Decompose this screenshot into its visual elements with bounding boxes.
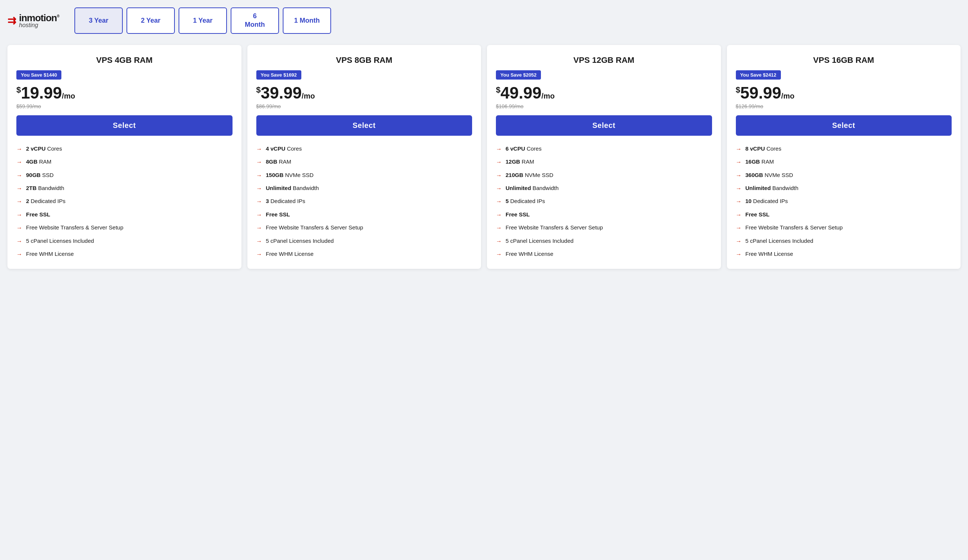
feature-arrow-icon: → [17,145,22,153]
select-button-1[interactable]: Select [256,115,472,136]
price-main-2: $49.99/mo [496,84,555,102]
tab-6month[interactable]: 6Month [230,7,279,34]
feature-item-1-6: →Free Website Transfers & Server Setup [256,223,472,232]
feature-item-0-8: →Free WHM License [17,250,232,258]
price-original-1: $86.99/mo [256,103,472,109]
feature-arrow-icon: → [496,145,502,153]
feature-text-2-8: Free WHM License [506,250,553,258]
feature-arrow-icon: → [736,237,742,245]
price-row-0: $19.99/mo [17,85,232,101]
tab-2year[interactable]: 2 Year [126,7,175,34]
feature-arrow-icon: → [17,211,22,219]
feature-text-3-8: Free WHM License [746,250,793,258]
plan-title-2: VPS 12GB RAM [496,55,712,65]
feature-arrow-icon: → [17,237,22,245]
price-row-3: $59.99/mo [736,85,952,101]
plans-grid: VPS 4GB RAMYou Save $1440$19.99/mo$59.99… [7,45,961,269]
price-original-3: $126.99/mo [736,103,952,109]
select-button-2[interactable]: Select [496,115,712,136]
tab-3year[interactable]: 3 Year [75,7,123,34]
feature-text-0-6: Free Website Transfers & Server Setup [26,223,124,231]
feature-text-0-3: 2TB Bandwidth [26,184,65,192]
logo-text: inmotion® hosting [19,13,59,28]
feature-arrow-icon: → [17,158,22,166]
feature-text-1-5: Free SSL [266,210,290,218]
feature-text-0-0: 2 vCPU Cores [26,145,62,152]
tab-1year[interactable]: 1 Year [179,7,227,34]
logo-registered: ® [57,15,59,18]
plan-card-2: VPS 12GB RAMYou Save $2052$49.99/mo$106.… [487,45,721,269]
feature-text-0-8: Free WHM License [26,250,74,258]
feature-arrow-icon: → [736,185,742,193]
feature-item-2-0: →6 vCPU Cores [496,145,712,153]
feature-item-0-5: →Free SSL [17,210,232,219]
features-list-1: →4 vCPU Cores→8GB RAM→150GB NVMe SSD→Unl… [256,145,472,259]
feature-arrow-icon: → [496,250,502,258]
plan-title-1: VPS 8GB RAM [256,55,472,65]
feature-text-2-1: 12GB RAM [506,158,534,165]
feature-item-1-7: →5 cPanel Licenses Included [256,237,472,245]
price-main-1: $39.99/mo [256,84,315,102]
feature-arrow-icon: → [256,224,262,232]
feature-text-3-4: 10 Dedicated IPs [746,197,788,205]
feature-text-1-6: Free Website Transfers & Server Setup [266,223,363,231]
select-button-3[interactable]: Select [736,115,952,136]
feature-item-1-8: →Free WHM License [256,250,472,258]
feature-item-3-1: →16GB RAM [736,158,952,166]
feature-text-2-6: Free Website Transfers & Server Setup [506,223,603,231]
features-list-0: →2 vCPU Cores→4GB RAM→90GB SSD→2TB Bandw… [17,145,232,259]
feature-arrow-icon: → [17,185,22,193]
feature-item-0-1: →4GB RAM [17,158,232,166]
feature-text-1-3: Unlimited Bandwidth [266,184,319,192]
feature-item-2-1: →12GB RAM [496,158,712,166]
feature-text-3-5: Free SSL [746,210,770,218]
save-badge-1: You Save $1692 [256,70,301,79]
feature-arrow-icon: → [736,211,742,219]
feature-text-3-3: Unlimited Bandwidth [746,184,799,192]
feature-arrow-icon: → [256,185,262,193]
feature-item-3-4: →10 Dedicated IPs [736,197,952,206]
feature-arrow-icon: → [736,224,742,232]
feature-text-0-1: 4GB RAM [26,158,51,165]
feature-arrow-icon: → [17,224,22,232]
feature-arrow-icon: → [256,250,262,258]
features-list-3: →8 vCPU Cores→16GB RAM→360GB NVMe SSD→Un… [736,145,952,259]
feature-item-0-4: →2 Dedicated IPs [17,197,232,206]
feature-text-2-0: 6 vCPU Cores [506,145,542,152]
select-button-0[interactable]: Select [17,115,232,136]
price-main-3: $59.99/mo [736,84,795,102]
tab-1month[interactable]: 1 Month [283,7,331,34]
feature-text-2-4: 5 Dedicated IPs [506,197,545,205]
price-main-0: $19.99/mo [17,84,75,102]
feature-arrow-icon: → [496,211,502,219]
feature-text-3-1: 16GB RAM [746,158,774,165]
billing-tabs: 3 Year 2 Year 1 Year 6Month 1 Month [75,7,331,34]
feature-text-1-7: 5 cPanel Licenses Included [266,237,334,244]
feature-item-3-6: →Free Website Transfers & Server Setup [736,223,952,232]
header: ⇉ inmotion® hosting 3 Year 2 Year 1 Year… [7,7,961,34]
feature-text-1-8: Free WHM License [266,250,313,258]
feature-text-0-7: 5 cPanel Licenses Included [26,237,94,244]
feature-item-0-7: →5 cPanel Licenses Included [17,237,232,245]
feature-text-2-5: Free SSL [506,210,530,218]
feature-item-1-3: →Unlimited Bandwidth [256,184,472,193]
feature-item-1-4: →3 Dedicated IPs [256,197,472,206]
feature-item-0-0: →2 vCPU Cores [17,145,232,153]
feature-arrow-icon: → [736,145,742,153]
feature-item-1-2: →150GB NVMe SSD [256,171,472,180]
feature-arrow-icon: → [496,172,502,180]
plan-card-0: VPS 4GB RAMYou Save $1440$19.99/mo$59.99… [7,45,242,269]
feature-arrow-icon: → [496,185,502,193]
feature-item-2-4: →5 Dedicated IPs [496,197,712,206]
feature-text-1-1: 8GB RAM [266,158,291,165]
feature-arrow-icon: → [496,237,502,245]
feature-item-1-1: →8GB RAM [256,158,472,166]
feature-text-3-0: 8 vCPU Cores [746,145,782,152]
feature-arrow-icon: → [736,158,742,166]
feature-arrow-icon: → [256,211,262,219]
feature-item-3-7: →5 cPanel Licenses Included [736,237,952,245]
feature-arrow-icon: → [256,237,262,245]
feature-item-1-5: →Free SSL [256,210,472,219]
save-badge-0: You Save $1440 [17,70,61,79]
plan-card-3: VPS 16GB RAMYou Save $2412$59.99/mo$126.… [727,45,961,269]
